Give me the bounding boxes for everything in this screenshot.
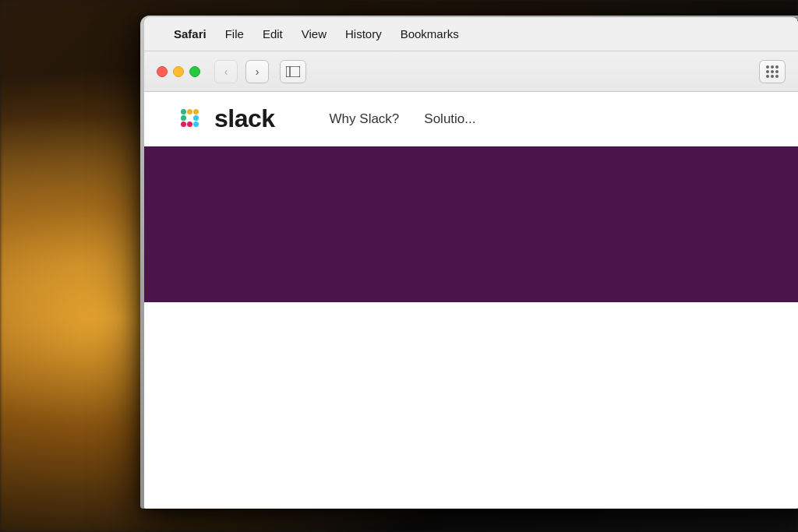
browser-content: slack Why Slack? Solutio... bbox=[144, 92, 798, 509]
slack-logo-icon bbox=[175, 104, 207, 135]
menu-file[interactable]: File bbox=[217, 24, 252, 44]
close-button[interactable] bbox=[157, 66, 168, 77]
slack-nav-links: Why Slack? Solutio... bbox=[330, 111, 476, 127]
slack-hero-banner bbox=[144, 146, 798, 302]
slack-logo: slack bbox=[175, 104, 275, 135]
svg-rect-0 bbox=[286, 66, 300, 77]
menu-bar: Safari File Edit View History Bookmarks bbox=[144, 17, 798, 51]
grid-icon bbox=[766, 65, 779, 78]
svg-rect-4 bbox=[187, 109, 192, 115]
tab-grid-button[interactable] bbox=[759, 60, 786, 83]
back-icon: ‹ bbox=[224, 65, 228, 78]
svg-rect-8 bbox=[193, 115, 199, 121]
sidebar-toggle-button[interactable] bbox=[280, 60, 306, 83]
svg-rect-7 bbox=[187, 122, 192, 127]
forward-icon: › bbox=[256, 65, 260, 78]
svg-rect-5 bbox=[193, 109, 199, 115]
slack-navbar: slack Why Slack? Solutio... bbox=[144, 92, 798, 146]
menu-history[interactable]: History bbox=[337, 24, 390, 44]
scene: Safari File Edit View History Bookmarks … bbox=[0, 0, 798, 532]
menu-bookmarks[interactable]: Bookmarks bbox=[393, 24, 467, 44]
slack-wordmark: slack bbox=[214, 104, 275, 133]
slack-nav-why[interactable]: Why Slack? bbox=[330, 111, 400, 127]
svg-rect-9 bbox=[193, 122, 199, 127]
menu-view[interactable]: View bbox=[294, 24, 334, 44]
minimize-button[interactable] bbox=[173, 66, 184, 77]
traffic-lights bbox=[157, 66, 200, 77]
back-button[interactable]: ‹ bbox=[214, 60, 238, 83]
maximize-button[interactable] bbox=[189, 66, 200, 77]
svg-rect-3 bbox=[181, 115, 186, 121]
slack-nav-solutions[interactable]: Solutio... bbox=[424, 111, 475, 127]
browser-toolbar: ‹ › bbox=[144, 51, 798, 92]
menu-safari[interactable]: Safari bbox=[166, 24, 214, 44]
sidebar-icon bbox=[286, 66, 300, 77]
forward-button[interactable]: › bbox=[245, 60, 269, 83]
svg-rect-2 bbox=[181, 109, 186, 115]
menu-edit[interactable]: Edit bbox=[255, 24, 291, 44]
svg-rect-6 bbox=[181, 122, 186, 127]
macos-screen: Safari File Edit View History Bookmarks … bbox=[144, 17, 798, 509]
